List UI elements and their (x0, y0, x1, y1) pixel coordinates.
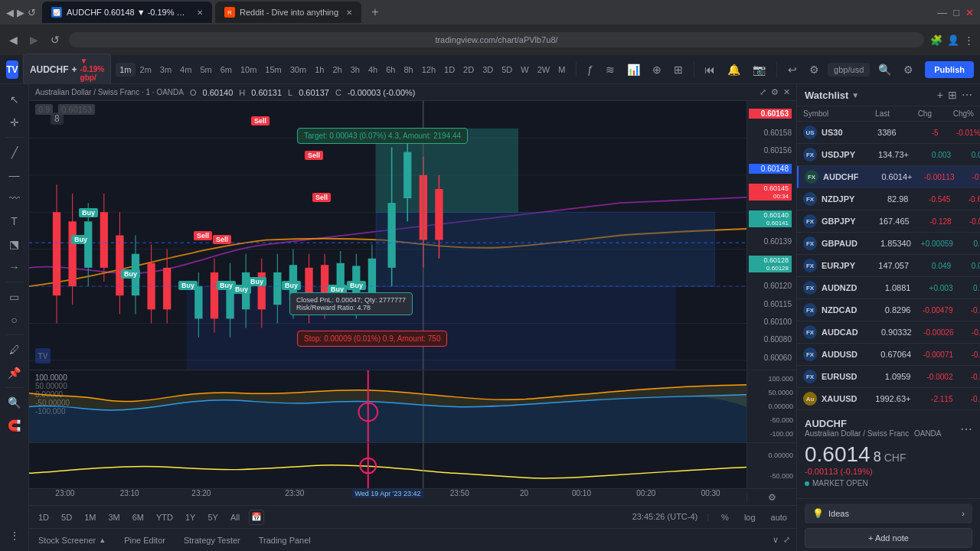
currency-selector[interactable]: gbp/usd (828, 63, 870, 77)
alert-btn[interactable]: 🔔 (724, 61, 744, 78)
period-3m[interactable]: 3M (105, 511, 122, 523)
tab-strategy-tester[interactable]: Strategy Tester (181, 534, 243, 546)
tf-8h[interactable]: 8h (400, 63, 416, 77)
tf-3h[interactable]: 3h (347, 63, 364, 77)
period-1m[interactable]: 1M (81, 511, 99, 523)
text-tool[interactable]: T (3, 210, 26, 232)
tf-15m[interactable]: 15m (261, 63, 285, 77)
auto-scale-btn[interactable]: auto (768, 512, 790, 523)
tf-2w[interactable]: 2W (534, 63, 554, 77)
nav-reload[interactable]: ↺ (47, 32, 63, 47)
watchlist-row-audcad[interactable]: FX AUDCAD 0.90332 -0.00026 -0.03% (797, 321, 980, 344)
add-note-button[interactable]: + Add note (805, 528, 972, 548)
tf-5m[interactable]: 5m (196, 63, 215, 77)
replay-btn[interactable]: ⏮ (701, 61, 719, 78)
url-bar[interactable]: tradingview.com/chart/aPVlb7u8/ (69, 32, 924, 47)
tf-1d[interactable]: 1D (440, 63, 459, 77)
watchlist-row-nzdjpy[interactable]: FX NZDJPY 82.98 -0.545 -0.65% (797, 188, 980, 210)
period-all[interactable]: All (227, 511, 243, 523)
tab-pine-editor[interactable]: Pine Editor (121, 534, 168, 546)
time-scale-settings[interactable]: ⚙ (746, 492, 796, 503)
period-calendar-btn[interactable]: 📅 (249, 510, 264, 525)
watchlist-more-icon[interactable]: ⋯ (962, 89, 972, 101)
tf-m[interactable]: M (554, 63, 569, 77)
log-btn[interactable]: log (741, 512, 759, 523)
zoom-tool[interactable]: 🔍 (3, 392, 26, 413)
nav-back[interactable]: ◀ (6, 32, 21, 47)
measure-tool[interactable]: ⬔ (3, 233, 26, 255)
log-scale-btn[interactable]: % (718, 512, 732, 523)
watchlist-chevron[interactable]: ▼ (851, 91, 859, 99)
bottom-collapse-btn[interactable]: ∨ (773, 535, 779, 545)
chart-close-icon[interactable]: ✕ (783, 87, 790, 97)
arrow-tool[interactable]: → (3, 256, 26, 278)
cursor-tool[interactable]: ↖ (3, 89, 26, 110)
watchlist-row-eurusd[interactable]: FX EURUSD 1.0959 -0.0002 -0.03% (797, 366, 980, 388)
chart-settings-icon[interactable]: ⚙ (771, 87, 779, 97)
watchlist-add-icon[interactable]: + (937, 89, 943, 101)
fib-tool[interactable]: 〰 (3, 187, 26, 209)
tf-1h[interactable]: 1h (311, 63, 328, 77)
period-5d[interactable]: 5D (58, 511, 75, 523)
period-1d[interactable]: 1D (35, 511, 52, 523)
watchlist-row-audusd[interactable]: FX AUDUSD 0.67064 -0.00071 -0.11% (797, 344, 980, 366)
watchlist-row-nzdcad[interactable]: FX NZDCAD 0.8296 -0.00479 -0.57% (797, 299, 980, 321)
tf-2h[interactable]: 2h (328, 63, 345, 77)
close-button[interactable]: ✕ (965, 7, 974, 18)
bottom-expand-btn[interactable]: ⤢ (783, 535, 790, 545)
sd-more-btn[interactable]: ⋯ (960, 422, 972, 436)
back-button[interactable]: ◀ (6, 7, 14, 18)
settings-icon[interactable]: ⋮ (964, 34, 974, 46)
watchlist-row-xauusd[interactable]: Au XAUUSD 1992.63+ -2.115 -0.11% (797, 388, 980, 410)
strategy-btn[interactable]: ≋ (602, 61, 619, 78)
brush-tool[interactable]: 🖊 (3, 339, 26, 360)
tab-close-tv[interactable]: ✕ (197, 8, 203, 17)
period-5y[interactable]: 5Y (204, 511, 220, 523)
camera-btn[interactable]: 📷 (749, 61, 769, 78)
tab-trading-panel[interactable]: Trading Panel (256, 534, 314, 546)
chart-canvas[interactable]: 0.9 0.60153 (29, 101, 796, 370)
period-ytd[interactable]: YTD (153, 511, 176, 523)
watchlist-row-eurjpy[interactable]: FX EURJPY 147.057 0.049 0.03% (797, 255, 980, 277)
new-tab-button[interactable]: + (364, 2, 386, 23)
magnet-tool[interactable]: 🧲 (3, 415, 26, 436)
trend-line-tool[interactable]: ╱ (3, 142, 26, 163)
undo-btn[interactable]: ↩ (784, 61, 801, 78)
tf-2m[interactable]: 2m (136, 63, 155, 77)
watchlist-row-gbpaud[interactable]: FX GBPAUD 1.85340 +0.00059 0.03% (797, 233, 980, 255)
minimize-button[interactable]: — (937, 7, 947, 18)
tf-30m[interactable]: 30m (286, 63, 310, 77)
chart-fullscreen-icon[interactable]: ⤢ (760, 87, 766, 97)
forward-button[interactable]: ▶ (17, 7, 24, 18)
watchlist-row-usdjpy[interactable]: FX USDJPY 134.73+ 0.003 0.00% (797, 144, 980, 166)
crosshair-tool[interactable]: ✛ (3, 112, 26, 133)
tf-3m[interactable]: 3m (156, 63, 175, 77)
indicators-btn[interactable]: ƒ (583, 61, 597, 78)
period-1y[interactable]: 1Y (182, 511, 198, 523)
settings-cog-btn[interactable]: ⚙ (805, 61, 823, 78)
tab-close-reddit[interactable]: ✕ (346, 8, 352, 17)
watchlist-grid-icon[interactable]: ⊞ (948, 89, 957, 101)
tf-6h[interactable]: 6h (382, 63, 399, 77)
horizontal-line-tool[interactable]: — (3, 165, 26, 186)
reload-button[interactable]: ↺ (28, 7, 36, 18)
settings-btn[interactable]: ⚙ (900, 61, 917, 78)
rectangle-tool[interactable]: ▭ (3, 286, 26, 308)
watchlist-row-us30[interactable]: US US30 3386 -5 -0.01% (797, 122, 980, 144)
tab-reddit[interactable]: R Reddit - Dive into anything ✕ (215, 2, 361, 23)
extensions-icon[interactable]: 🧩 (930, 34, 942, 46)
tf-4m[interactable]: 4m (176, 63, 195, 77)
ideas-button[interactable]: 💡 Ideas › (805, 504, 972, 523)
tf-6m[interactable]: 6m (217, 63, 236, 77)
tab-tradingview[interactable]: 📈 AUDCHF 0.60148 ▼ -0.19% gbp/ ✕ (42, 2, 212, 23)
tf-12h[interactable]: 12h (418, 63, 439, 77)
tf-1m[interactable]: 1m (116, 63, 135, 77)
profile-icon[interactable]: 👤 (947, 34, 959, 46)
watchlist-row-audnzd[interactable]: FX AUDNZD 1.0881 +0.003 0.55% (797, 277, 980, 299)
period-6m[interactable]: 6M (129, 511, 147, 523)
watchlist-row-audchf[interactable]: FX AUDCHF 0.6014+ -0.00113 -0.19% (797, 166, 980, 188)
ellipse-tool[interactable]: ○ (3, 309, 26, 331)
tf-w[interactable]: W (517, 63, 532, 77)
symbol-selector[interactable]: AUDCHF + ▼ -0.19% gbp/ (23, 54, 111, 85)
layout-btn[interactable]: ⊞ (670, 61, 687, 78)
